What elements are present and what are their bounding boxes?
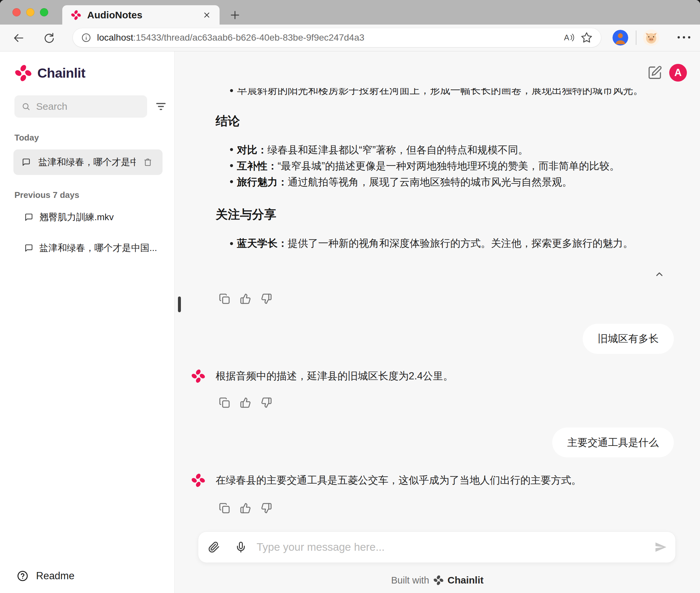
url-host: localhost xyxy=(97,32,133,43)
readme-label: Readme xyxy=(36,570,74,582)
section-label-today: Today xyxy=(14,133,174,143)
browser-tab[interactable]: AudioNotes xyxy=(62,5,220,25)
brand-name: Chainlit xyxy=(37,66,85,81)
assistant-message: 根据音频中的描述，延津县的旧城区长度为2.4公里。 xyxy=(191,368,674,384)
section-label-previous: Previous 7 days xyxy=(14,190,174,200)
chat-bubble-icon xyxy=(22,158,31,166)
assistant-message: 在绿春县的主要交通工具是五菱公交车，这似乎成为了当地人们出行的主要方式。 xyxy=(191,472,674,488)
bullet-item: 对比：绿春县和延津县都以“窄”著称，但各自的特点和规模不同。 xyxy=(216,142,674,158)
message-input[interactable] xyxy=(257,541,645,553)
chainlit-logo-icon xyxy=(14,64,32,82)
section-heading-share: 关注与分享 xyxy=(216,206,674,223)
readme-link[interactable]: Readme xyxy=(0,570,174,582)
reload-button[interactable] xyxy=(41,31,55,45)
bullet-item: 互补性：“最窄县城”的描述更像是一种对两地独特地理环境的赞美，而非简单的比较。 xyxy=(216,158,674,174)
share-bullets: 蓝天学长：提供了一种新的视角和深度体验旅行的方式。关注他，探索更多旅行的魅力。 xyxy=(216,236,674,251)
tab-title: AudioNotes xyxy=(87,9,142,21)
minimize-window-button[interactable] xyxy=(26,8,34,16)
thread-item[interactable]: 翘臀肌力訓練.mkv xyxy=(0,210,162,225)
site-info-icon[interactable] xyxy=(81,33,91,43)
chat-scroll-area[interactable]: 早晨斜射的阳光和楼房影子投射在河面上，形成一幅长长的画卷，展现出独特的城市风光。… xyxy=(175,51,700,514)
thumb-down-icon[interactable] xyxy=(261,293,272,305)
thread-label: 盐津和绿春，哪个才是中国... xyxy=(39,242,162,254)
thumb-down-icon[interactable] xyxy=(261,397,272,409)
brand: Chainlit xyxy=(0,64,174,82)
browser-toolbar: localhost:15433/thread/ac63aab6-b626-40e… xyxy=(0,25,700,51)
message-actions xyxy=(219,293,674,305)
search-icon xyxy=(22,102,30,111)
search-box[interactable] xyxy=(14,95,147,118)
collapse-row xyxy=(191,269,674,279)
thread-item-selected[interactable]: 盐津和绿春，哪个才是中... xyxy=(13,149,162,175)
help-circle-icon xyxy=(17,570,28,582)
chevron-up-icon[interactable] xyxy=(654,269,665,279)
copy-icon[interactable] xyxy=(219,293,230,305)
message-actions xyxy=(219,397,674,409)
copy-icon[interactable] xyxy=(219,503,230,514)
app-root: Chainlit Today 盐津和绿春，哪个才是中... xyxy=(0,51,700,593)
sidebar: Chainlit Today 盐津和绿春，哪个才是中... xyxy=(0,51,175,593)
chainlit-footer-flower-icon xyxy=(433,575,444,586)
user-message: 旧城区有多长 xyxy=(583,324,674,354)
copy-icon[interactable] xyxy=(219,397,230,409)
thread-item[interactable]: 盐津和绿春，哪个才是中国... xyxy=(0,241,162,255)
tab-close-icon[interactable] xyxy=(202,11,211,19)
url-path: :15433/thread/ac63aab6-b626-40eb-83be-9f… xyxy=(133,32,364,43)
thumb-up-icon[interactable] xyxy=(240,397,251,409)
browser-window: AudioNotes localhost:15433/thread/ac63aa… xyxy=(0,0,700,593)
thread-label: 翘臀肌力訓練.mkv xyxy=(39,211,162,224)
bullet-item: 蓝天学长：提供了一种新的视角和深度体验旅行的方式。关注他，探索更多旅行的魅力。 xyxy=(216,236,674,251)
toolbar-divider xyxy=(636,31,636,45)
built-with-footer: Built with Chainlit xyxy=(175,575,700,586)
new-tab-button[interactable] xyxy=(229,9,240,21)
assistant-text: 在绿春县的主要交通工具是五菱公交车，这似乎成为了当地人们出行的主要方式。 xyxy=(216,472,581,488)
footer-brand[interactable]: Chainlit xyxy=(448,575,484,586)
back-button[interactable] xyxy=(12,31,26,45)
sidebar-resize-handle[interactable] xyxy=(178,296,181,312)
chat-main: A 早晨斜射的阳光和楼房影子投射在河面上，形成一幅长长的画卷，展现出独特的城市风… xyxy=(175,51,700,593)
window-controls xyxy=(12,8,48,16)
search-row xyxy=(14,95,167,118)
url-text[interactable]: localhost:15433/thread/ac63aab6-b626-40e… xyxy=(97,32,364,43)
section-heading-conclusion: 结论 xyxy=(216,113,674,129)
bullet-item: 旅行魅力：通过航拍等视角，展现了云南地区独特的城市风光与自然景观。 xyxy=(216,174,674,190)
microphone-icon[interactable] xyxy=(235,541,247,553)
new-chat-icon[interactable] xyxy=(647,65,662,80)
read-aloud-icon[interactable]: A xyxy=(563,32,575,44)
thread-label: 盐津和绿春，哪个才是中... xyxy=(38,156,136,168)
trash-icon[interactable] xyxy=(144,158,152,166)
header-actions: A xyxy=(647,64,687,82)
svg-text:A: A xyxy=(564,33,569,42)
assistant-avatar-flower-icon xyxy=(191,369,205,383)
thumb-up-icon[interactable] xyxy=(240,503,251,514)
chainlit-favicon-icon xyxy=(71,10,81,20)
browser-menu-icon[interactable] xyxy=(676,35,692,39)
favorite-star-icon[interactable] xyxy=(581,32,592,44)
message-composer[interactable] xyxy=(198,531,676,563)
chat-bubble-icon xyxy=(25,244,33,252)
browser-profile-avatar[interactable] xyxy=(613,30,628,45)
thumb-down-icon[interactable] xyxy=(261,503,272,514)
message-actions xyxy=(219,503,674,514)
browser-titlebar: AudioNotes xyxy=(0,0,700,25)
attach-paperclip-icon[interactable] xyxy=(208,541,220,553)
thumb-up-icon[interactable] xyxy=(240,293,251,305)
clipped-bullet-line: 早晨斜射的阳光和楼房影子投射在河面上，形成一幅长长的画卷，展现出独特的城市风光。 xyxy=(216,88,674,97)
extension-pig-icon[interactable] xyxy=(643,30,659,46)
zoom-window-button[interactable] xyxy=(40,8,48,16)
user-avatar[interactable]: A xyxy=(669,64,687,82)
footer-prefix: Built with xyxy=(391,575,429,586)
send-icon[interactable] xyxy=(655,541,667,553)
close-window-button[interactable] xyxy=(12,8,21,16)
user-message: 主要交通工具是什么 xyxy=(552,428,674,458)
filter-icon[interactable] xyxy=(155,101,167,112)
search-input[interactable] xyxy=(36,101,140,112)
assistant-text: 根据音频中的描述，延津县的旧城区长度为2.4公里。 xyxy=(216,368,453,384)
address-bar[interactable]: localhost:15433/thread/ac63aab6-b626-40e… xyxy=(73,28,601,47)
bullet-item: 早晨斜射的阳光和楼房影子投射在河面上，形成一幅长长的画卷，展现出独特的城市风光。 xyxy=(216,88,674,97)
chat-bubble-icon xyxy=(25,213,33,222)
assistant-avatar-flower-icon xyxy=(191,473,205,487)
conclusion-bullets: 对比：绿春县和延津县都以“窄”著称，但各自的特点和规模不同。 互补性：“最窄县城… xyxy=(216,142,674,190)
